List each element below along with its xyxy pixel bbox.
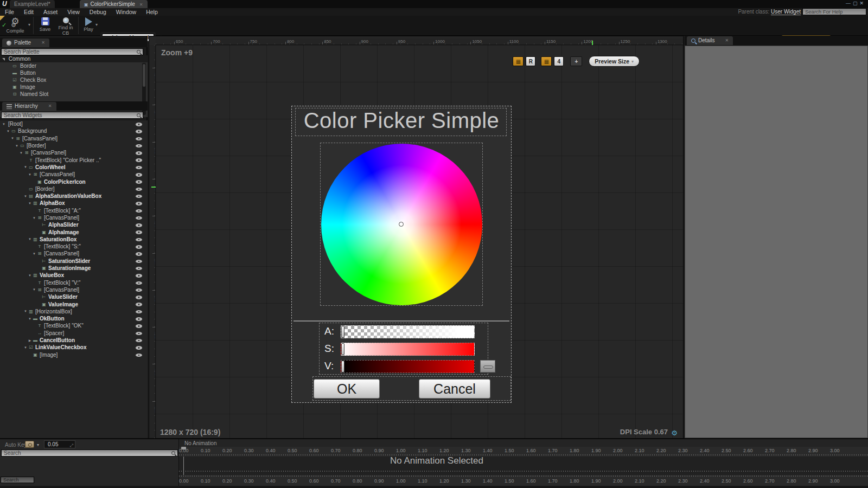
respect-locks-button[interactable]: R (526, 56, 535, 66)
hierarchy-row-textblock-v[interactable]: T[TextBlock] "V:" (0, 279, 148, 286)
saturation-slider-handle[interactable] (341, 343, 344, 355)
expand-arrow-icon[interactable]: ▼ (24, 346, 27, 349)
parent-class-link[interactable]: User Widget (771, 9, 801, 15)
hierarchy-row-canvaspanel[interactable]: ▼⊞[CanvasPanel] (0, 149, 148, 156)
expand-arrow-icon[interactable]: ▼ (28, 317, 31, 320)
visibility-eye-icon[interactable] (136, 267, 142, 271)
visibility-eye-icon[interactable] (136, 144, 142, 148)
visibility-eye-icon[interactable] (136, 230, 142, 234)
visibility-eye-icon[interactable] (136, 310, 142, 314)
timeline-filter-input[interactable]: Search (1, 477, 34, 483)
zoom-to-fit-button[interactable]: + (570, 56, 582, 66)
visibility-eye-icon[interactable] (136, 281, 142, 285)
hierarchy-row-canvaspanel[interactable]: ▼⊞[CanvasPanel] (0, 171, 148, 178)
play-options-caret-icon[interactable]: ▾ (95, 22, 98, 27)
hierarchy-row-valueimage[interactable]: ▣ValueImage (0, 300, 148, 307)
hierarchy-row-colorwheel[interactable]: ▼▭ColorWheel (0, 164, 148, 171)
visibility-eye-icon[interactable] (136, 180, 142, 184)
visibility-eye-icon[interactable] (136, 252, 142, 256)
expand-arrow-icon[interactable]: ▼ (11, 137, 14, 140)
expand-arrow-icon[interactable]: ▼ (7, 130, 10, 133)
grid-snap-button[interactable]: ▦ (541, 56, 552, 66)
hierarchy-close-icon[interactable]: ✕ (48, 102, 52, 111)
expand-arrow-icon[interactable]: ▶ (28, 338, 31, 342)
help-search-input[interactable]: Search For Help (802, 8, 866, 15)
hierarchy-row-image[interactable]: ▣[Image] (0, 351, 148, 358)
hierarchy-row-colorpickericon[interactable]: ▣ColorPickerIcon (0, 178, 148, 185)
expand-arrow-icon[interactable]: ▼ (33, 288, 36, 291)
hierarchy-row-alphasaturationvaluebox[interactable]: ▼▤AlphaSaturationValueBox (0, 192, 148, 200)
details-close-icon[interactable]: ✕ (725, 36, 729, 45)
palette-item-button[interactable]: ▬Button (0, 69, 148, 76)
play-button[interactable]: Play (80, 17, 97, 32)
visibility-eye-icon[interactable] (136, 188, 142, 191)
timeline-ruler-bottom[interactable]: 0.000.100.200.300.400.500.600.700.800.90… (179, 475, 868, 486)
window-control-icon[interactable]: ✕ (859, 1, 866, 6)
palette-item-check-box[interactable]: ☑Check Box (0, 76, 148, 84)
expand-arrow-icon[interactable]: ▼ (28, 202, 31, 205)
visibility-eye-icon[interactable] (136, 195, 142, 198)
hierarchy-row-horizontalbox[interactable]: ▼▥[HorizontalBox] (0, 308, 148, 315)
find-in-cb-button[interactable]: Find in CB (54, 17, 77, 36)
tab-example-level[interactable]: ExampleLevel* (10, 0, 55, 8)
auto-key-button[interactable] (25, 441, 34, 448)
value-slider-bar[interactable] (341, 360, 475, 373)
menu-window[interactable]: Window (111, 8, 141, 16)
visibility-eye-icon[interactable] (136, 303, 142, 306)
visibility-eye-icon[interactable] (136, 123, 142, 126)
hierarchy-row-canvaspanel[interactable]: ▼⊞[CanvasPanel] (0, 214, 148, 221)
hierarchy-row-border[interactable]: ▭[Border] (0, 185, 148, 192)
timeline-scrollbar-track[interactable] (0, 486, 868, 488)
tab-details[interactable]: Details ✕ (687, 36, 733, 45)
hierarchy-row-linkvaluecheckbox[interactable]: ▼☑LinkValueCheckbox (0, 344, 148, 351)
expand-arrow-icon[interactable]: ▼ (24, 310, 27, 313)
hierarchy-row-valueslider[interactable]: ⊢ValueSlider (0, 293, 148, 300)
menu-help[interactable]: Help (141, 8, 163, 16)
visibility-eye-icon[interactable] (136, 288, 142, 292)
visibility-eye-icon[interactable] (136, 202, 142, 206)
menu-view[interactable]: View (62, 8, 85, 16)
hierarchy-row-canvaspanel[interactable]: ▼⊞[CanvasPanel] (0, 250, 148, 257)
color-wheel-marker-icon[interactable] (399, 222, 404, 227)
palette-section-common[interactable]: Common (0, 55, 148, 62)
alpha-slider-handle[interactable] (341, 326, 344, 338)
menu-file[interactable]: File (0, 8, 19, 16)
window-control-icon[interactable]: — (846, 1, 853, 6)
hierarchy-row-textblock-color-picker[interactable]: T[TextBlock] "Color Picker .." (0, 156, 148, 163)
hierarchy-row-saturationbox[interactable]: ▼▥SaturationBox (0, 236, 148, 243)
visibility-eye-icon[interactable] (136, 339, 142, 343)
hierarchy-search-input[interactable]: Search Widgets (1, 112, 143, 119)
palette-close-icon[interactable]: ✕ (41, 38, 45, 47)
visibility-eye-icon[interactable] (136, 151, 142, 155)
save-button[interactable]: Save (36, 17, 54, 32)
palette-item-border[interactable]: ▭Border (0, 62, 148, 69)
menu-edit[interactable]: Edit (19, 8, 39, 16)
snap-interval-input[interactable]: 0.05 ⤢ (44, 440, 75, 448)
hierarchy-row-okbutton[interactable]: ▼▬OkButton (0, 315, 148, 322)
widget-preview[interactable]: Color Picker Simple A: S: V: (292, 106, 511, 402)
visibility-eye-icon[interactable] (136, 296, 142, 299)
menu-debug[interactable]: Debug (85, 8, 111, 16)
hierarchy-row-root[interactable]: ▼[Root] (0, 120, 148, 127)
auto-key-caret-icon[interactable]: ▾ (37, 442, 39, 447)
hierarchy-row-canvaspanel[interactable]: ▼⊞[CanvasPanel] (0, 286, 148, 293)
hierarchy-row-textblock-a[interactable]: T[TextBlock] "A:" (0, 207, 148, 214)
tab-hierarchy[interactable]: Hierarchy ✕ (2, 102, 56, 111)
hierarchy-row-spacer[interactable]: ↔[Spacer] (0, 330, 148, 337)
expand-arrow-icon[interactable]: ▼ (33, 252, 36, 255)
visibility-eye-icon[interactable] (136, 317, 142, 321)
expand-arrow-icon[interactable]: ▼ (28, 274, 31, 277)
hierarchy-row-textblock-s[interactable]: T[TextBlock] "S:" (0, 243, 148, 250)
visibility-eye-icon[interactable] (136, 216, 142, 220)
hierarchy-row-cancelbutton[interactable]: ▶▬CancelButton (0, 337, 148, 344)
cancel-button[interactable]: Cancel (419, 379, 490, 399)
hierarchy-row-canvaspanel[interactable]: ▼⊞[CanvasPanel] (0, 135, 148, 142)
compile-options-caret-icon[interactable]: ▾ (28, 22, 30, 27)
menu-asset[interactable]: Asset (39, 8, 62, 16)
visibility-eye-icon[interactable] (136, 166, 142, 170)
hierarchy-row-background[interactable]: ▼▭Background (0, 127, 148, 134)
visibility-eye-icon[interactable] (136, 130, 142, 133)
canvas-viewport[interactable]: Zoom +9 ▦ R ▦ 4 + Preview Size ▾ Color P… (156, 45, 683, 439)
toggle-outlines-button[interactable]: ▦ (513, 56, 524, 66)
palette-item-named-slot[interactable]: ⊡Named Slot (0, 91, 148, 98)
